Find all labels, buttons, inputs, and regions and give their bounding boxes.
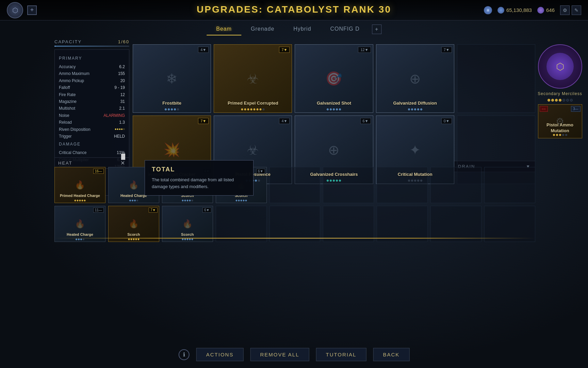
tab-beam[interactable]: Beam <box>207 23 241 35</box>
dot <box>255 180 257 182</box>
mod-frostbite-rank: 4▼ <box>198 47 209 53</box>
stat-falloff: Falloff 9 - 19 <box>59 84 125 91</box>
dot <box>411 180 413 182</box>
dot <box>191 200 193 201</box>
mod-slot-empty-13[interactable] <box>484 206 535 242</box>
stat-multishot-value: 2.1 <box>119 105 125 112</box>
stat-trigger-label: Trigger <box>59 133 72 140</box>
secondary-weapon-rank-dots <box>548 99 573 102</box>
capacity-section: CAPACITY 1/60 <box>54 39 129 47</box>
alerts-icon[interactable]: ≡ <box>484 6 492 14</box>
dot <box>330 180 332 182</box>
mod-primed-heated-rank: 16— <box>93 169 104 174</box>
mod-slot-empty-11[interactable] <box>377 206 428 242</box>
edit-icon[interactable]: ✎ <box>572 5 581 15</box>
dot <box>137 239 139 240</box>
info-icon[interactable]: ℹ <box>179 349 190 360</box>
stat-crit-chance-value: 11% <box>117 149 125 156</box>
pistol-ammo-mutation-card[interactable]: ○○ 3— ⚙ Pistol Ammo Mutation <box>538 104 582 138</box>
mod-primed-expel-corrupted[interactable]: 7▼ ☣ Primed Expel Corrupted <box>214 44 292 113</box>
damage-stats-label: DAMAGE <box>59 142 125 147</box>
mod-scorch-4-dots <box>182 239 193 240</box>
capacity-fill <box>54 46 56 47</box>
tab-hybrid[interactable]: Hybrid <box>284 23 321 35</box>
pistol-ammo-dots <box>553 134 567 136</box>
secondary-weapon-display[interactable]: ⬡ <box>538 44 582 89</box>
capacity-value: 1/60 <box>118 39 129 44</box>
stat-riven-value: ●●●●○ <box>115 126 125 133</box>
add-config-button[interactable]: + <box>372 25 381 34</box>
heat-filter-label: HEAT <box>58 160 72 166</box>
dot <box>128 239 130 240</box>
actions-button[interactable]: ACTIONS <box>196 348 244 361</box>
mod-scorch-3-name: Scorch <box>126 232 141 237</box>
dot <box>182 200 183 201</box>
mod-primed-heated-charge[interactable]: 16— 🔥 Primed Heated Charge <box>54 167 105 203</box>
mod-slot-empty-12[interactable] <box>430 206 481 242</box>
stat-noise: Noise ALARMING <box>59 112 125 119</box>
dot <box>245 200 247 201</box>
mod-primed-heated-name: Primed Heated Charge <box>59 193 101 198</box>
dot <box>184 200 186 201</box>
avatar[interactable]: ⬡ <box>7 2 23 18</box>
mod-galvanized-diffusion[interactable]: 7▼ ⊕ Galvanized Diffusion <box>376 44 454 113</box>
mod-slot-empty-7[interactable] <box>484 167 535 203</box>
add-button[interactable]: + <box>27 5 37 15</box>
stat-magazine-label: Magazine <box>59 98 77 105</box>
stat-accuracy-value: 6.2 <box>119 63 125 70</box>
mod-slot-empty-10[interactable] <box>323 206 374 242</box>
dot <box>191 239 193 240</box>
page-title-container: UPGRADES: CATABOLYST RANK 30 <box>197 4 391 15</box>
stat-multishot-label: Multishot <box>59 105 75 112</box>
mod-scorch-4[interactable]: 6▼ 🔥 Scorch <box>162 206 213 242</box>
heat-filter-close[interactable]: ✕ <box>120 160 126 166</box>
top-left-controls: ⬡ + <box>7 2 37 18</box>
mod-critical-mutation-dots <box>408 180 422 182</box>
mod-galvanized-diffusion-rank: 7▼ <box>441 47 452 53</box>
tab-config-d[interactable]: CONFIG D <box>321 23 369 35</box>
mod-scorch-4-name: Scorch <box>180 232 195 237</box>
stat-accuracy: Accuracy 6.2 <box>59 63 125 70</box>
tooltip-title: TOTAL <box>152 166 246 173</box>
capacity-header: CAPACITY 1/60 <box>54 39 129 44</box>
tab-grenade[interactable]: Grenade <box>241 23 284 35</box>
dot <box>414 180 416 182</box>
dot <box>130 239 132 240</box>
stat-fire-rate-value: 12 <box>120 91 125 98</box>
dot <box>254 108 256 110</box>
mod-slot-empty-9[interactable] <box>270 206 321 242</box>
mod-slot-empty-8[interactable] <box>216 206 267 242</box>
available-mod-grid-area: 16— 🔥 Primed Heated Charge 8▼ 🔥 Heated C… <box>54 167 535 242</box>
platinum-value: 646 <box>546 7 555 13</box>
dot <box>559 134 561 136</box>
mod-frostbite[interactable]: 4▼ ❄ Frostbite <box>133 44 211 113</box>
capacity-bar <box>54 46 129 47</box>
tutorial-button[interactable]: TUTORIAL <box>316 348 366 361</box>
dot <box>132 200 133 201</box>
mod-slot-empty-6[interactable] <box>430 167 481 203</box>
dot <box>78 239 80 240</box>
dot <box>80 239 82 240</box>
stat-ammo-max: Ammo Maximum 155 <box>59 70 125 77</box>
mod-scorch-4-rank: 6▼ <box>202 208 211 213</box>
mod-galvanized-shot-name: Galvanized Shot <box>314 101 354 106</box>
settings-icon[interactable]: ⚙ <box>560 5 570 15</box>
dot <box>136 200 138 201</box>
right-panel: ⬡ Secondary Merciless ○○ 3— ⚙ Pistol Amm… <box>535 44 585 138</box>
mod-scorch-3[interactable]: 7▼ 🔥 Scorch <box>108 206 159 242</box>
dot <box>562 134 564 136</box>
mod-critical-mutation-name: Critical Mutation <box>395 172 435 178</box>
top-right-info: ≡ 65,130,883 646 ⚙ ✎ <box>484 5 581 15</box>
mod-galvanized-shot[interactable]: 12▼ 🎯 Galvanized Shot <box>295 44 373 113</box>
action-bar: ℹ ACTIONS REMOVE ALL TUTORIAL BACK <box>179 348 410 361</box>
back-button[interactable]: BACK <box>373 348 409 361</box>
dot <box>240 200 242 201</box>
dot <box>263 108 265 110</box>
mod-slot-empty-1[interactable] <box>457 44 535 113</box>
remove-all-button[interactable]: REMOVE ALL <box>250 348 309 361</box>
dot <box>553 134 555 136</box>
mod-primed-target-rank: 7▼ <box>198 118 209 124</box>
mod-heated-charge-2[interactable]: 11— 🔥 Heated Charge <box>54 206 105 242</box>
mod-heated-charge-1-name: Heated Charge <box>119 193 148 198</box>
mod-primed-expel-rank: 7▼ <box>279 47 290 53</box>
